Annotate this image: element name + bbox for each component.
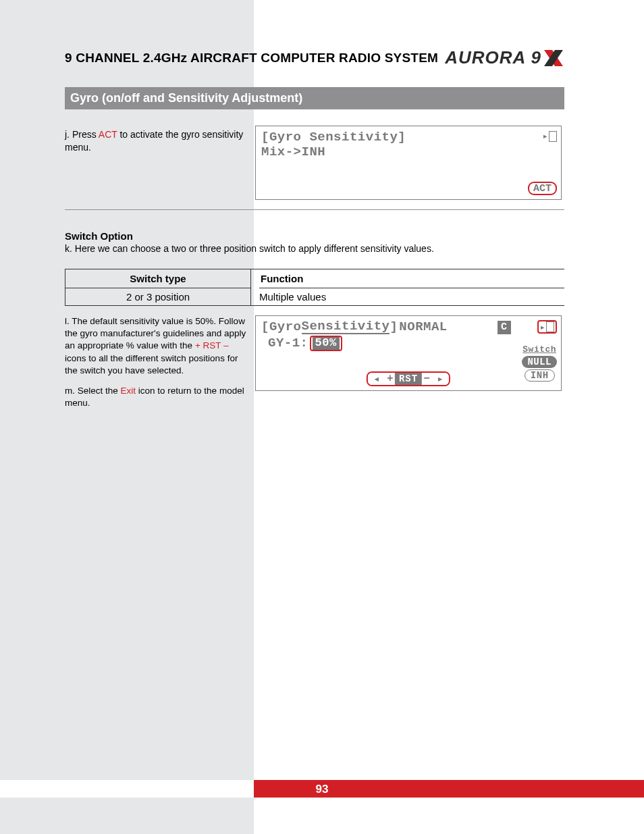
col2-head: Function (259, 269, 564, 288)
col1-head: Switch type (65, 269, 250, 288)
switch-table-col1: Switch type 2 or 3 position (65, 269, 251, 305)
step-m-text: m. Select the Exit icon to return to the… (65, 385, 248, 409)
step-l-suffix: icons to all the different switch positi… (65, 353, 238, 375)
header-row: 9 CHANNEL 2.4GHz AIRCRAFT COMPUTER RADIO… (65, 47, 564, 68)
rst-control: ◂ + RST − ▸ (367, 371, 450, 386)
null-button[interactable]: NULL (522, 356, 557, 368)
switch-option-desc: k. Here we can choose a two or three pos… (65, 243, 564, 254)
section-heading: Gyro (on/off and Sensitivity Adjustment) (65, 87, 564, 109)
lcd-screen-2: [Gyro Sensitivity] NORMAL C ▸ GY-1: 50% … (255, 315, 562, 391)
exit-icon[interactable]: ▸ (543, 130, 557, 142)
lcd2-title-underline[interactable]: Sensitivity (302, 320, 390, 334)
exit-icon-highlighted[interactable]: ▸ (537, 320, 557, 334)
decrement-arrow-icon[interactable]: ◂ (368, 372, 385, 386)
gy1-value-box[interactable]: 50% (310, 336, 342, 351)
steps-lm-row: l. The default sensitivity value is 50%.… (65, 315, 564, 418)
step-l-text: l. The default sensitivity value is 50%.… (65, 315, 248, 377)
logo-x-icon (543, 49, 564, 68)
page-number: 93 (0, 783, 644, 796)
step-m-prefix: m. Select the (65, 386, 121, 396)
col1-value: 2 or 3 position (65, 288, 250, 305)
step-j-text: j. Press ACT to activate the gyro sensit… (65, 126, 248, 154)
plus-icon[interactable]: + (385, 373, 395, 385)
lcd-screen-1: [Gyro Sensitivity] Mix->INH ▸ ACT (255, 126, 562, 200)
act-button[interactable]: ACT (528, 182, 557, 195)
lcd2-title-open: [Gyro (261, 321, 302, 334)
page-title: 9 CHANNEL 2.4GHz AIRCRAFT COMPUTER RADIO… (65, 51, 438, 66)
inh-button[interactable]: INH (525, 369, 555, 382)
col2-value: Multiple values (259, 288, 564, 305)
page-content: 9 CHANNEL 2.4GHz AIRCRAFT COMPUTER RADIO… (65, 47, 564, 418)
arrow-right-icon: ▸ (540, 321, 545, 333)
act-keyword: ACT (99, 129, 117, 140)
switch-option-heading: Switch Option (65, 230, 564, 242)
switch-label: Switch (522, 344, 556, 355)
step-j-row: j. Press ACT to activate the gyro sensit… (65, 126, 564, 200)
switch-table: Switch type 2 or 3 position Function Mul… (65, 269, 564, 306)
gy1-label: GY-1: (268, 336, 308, 350)
brand-logo: AURORA 9 (445, 47, 564, 68)
switch-column: Switch NULL INH (522, 344, 557, 382)
door-icon (549, 131, 557, 142)
gy1-value: 50% (313, 337, 340, 350)
switch-table-col2: Function Multiple values (251, 269, 564, 305)
lcd2-mode: NORMAL (399, 321, 447, 334)
lcd2-title: [Gyro Sensitivity] NORMAL C (261, 320, 556, 334)
logo-text: AURORA 9 (445, 47, 541, 68)
minus-icon[interactable]: − (422, 373, 431, 385)
divider (65, 209, 564, 210)
c-button[interactable]: C (498, 321, 511, 334)
arrow-right-icon: ▸ (543, 130, 548, 142)
exit-keyword: Exit (121, 386, 136, 396)
gy1-row: GY-1: 50% (268, 336, 556, 351)
minus-keyword: – (223, 340, 229, 350)
step-j-prefix: j. Press (65, 129, 99, 140)
rst-button[interactable]: RST (395, 373, 422, 385)
lcd1-line2: Mix->INH (261, 145, 556, 160)
increment-arrow-icon[interactable]: ▸ (431, 372, 449, 386)
plus-keyword: + (195, 340, 200, 350)
lcd2-title-close: ] (390, 321, 398, 334)
rst-keyword: RST (200, 340, 223, 350)
lcd1-line1: [Gyro Sensitivity] (261, 130, 556, 145)
door-icon (546, 321, 554, 332)
steps-lm-text: l. The default sensitivity value is 50%.… (65, 315, 248, 418)
